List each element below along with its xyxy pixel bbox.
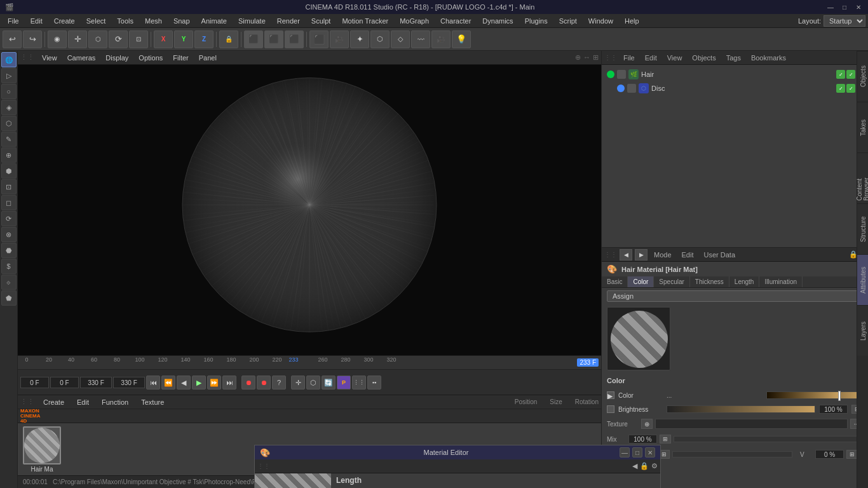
tab-content-browser[interactable]: Content Browser: [857, 152, 868, 203]
close-btn[interactable]: ✕: [854, 3, 863, 11]
end-frame-input[interactable]: [80, 377, 112, 388]
sidebar-icon-4[interactable]: ⬡: [1, 116, 17, 131]
hair-tag-2[interactable]: ✓: [846, 70, 855, 79]
ipr-btn[interactable]: ⬛: [285, 30, 304, 48]
vp-cameras[interactable]: Cameras: [65, 54, 98, 62]
go-end-btn[interactable]: ⏭: [222, 376, 236, 390]
disc-object-item[interactable]: ⬡ Disc ✓ ✓: [604, 81, 865, 95]
mat-nav-left[interactable]: ◀: [632, 462, 637, 470]
obj-bookmarks-tab[interactable]: Bookmarks: [747, 53, 790, 62]
max-frame-input[interactable]: [113, 377, 145, 388]
mgr-create[interactable]: Create: [39, 398, 68, 407]
menu-plugins[interactable]: Plugins: [520, 16, 553, 26]
tab-takes[interactable]: Takes: [857, 102, 868, 152]
tab-color[interactable]: Color: [628, 276, 654, 287]
mgr-edit[interactable]: Edit: [73, 398, 93, 407]
menu-select[interactable]: Select: [81, 16, 111, 26]
menu-script[interactable]: Script: [554, 16, 582, 26]
powerslider-btn[interactable]: P: [337, 376, 351, 390]
vp-options[interactable]: Options: [136, 54, 165, 62]
sidebar-icon-15[interactable]: ⬟: [1, 290, 17, 306]
obj-objects-tab[interactable]: Objects: [688, 53, 719, 62]
color-slider[interactable]: [766, 391, 864, 399]
sidebar-icon-3[interactable]: ◈: [1, 100, 17, 115]
tab-basic[interactable]: Basic: [602, 276, 628, 287]
sidebar-icon-14[interactable]: ⟐: [1, 274, 17, 290]
menu-mograph[interactable]: MoGraph: [395, 16, 434, 26]
tab-structure[interactable]: Structure: [857, 203, 868, 254]
attr-fwd-btn[interactable]: ▶: [635, 249, 648, 261]
obj-file-tab[interactable]: File: [620, 53, 639, 62]
go-start-btn[interactable]: ⏮: [146, 376, 160, 390]
menu-simulate[interactable]: Simulate: [233, 16, 271, 26]
y-axis-btn[interactable]: Y: [174, 30, 193, 48]
v-input[interactable]: [815, 450, 844, 459]
sidebar-icon-9[interactable]: ◻: [1, 195, 17, 210]
start-frame-input[interactable]: [20, 377, 49, 388]
sidebar-icon-12[interactable]: ⬣: [1, 243, 17, 258]
viewport-star-btn[interactable]: ✦: [350, 30, 369, 48]
mix-input[interactable]: [628, 435, 657, 444]
record-btn[interactable]: ⏺: [241, 376, 255, 390]
mat-editor-close-btn[interactable]: ✕: [645, 447, 655, 458]
render-region-btn[interactable]: ⬛: [244, 30, 263, 48]
menu-window[interactable]: Window: [583, 16, 618, 26]
scale-tool-btn[interactable]: ⬡: [88, 30, 107, 48]
vp-ctrl-2[interactable]: ↔: [583, 53, 590, 62]
disc-vis-btn[interactable]: [617, 85, 625, 92]
brightness-slider[interactable]: [667, 405, 815, 413]
attr-mode-tab[interactable]: Mode: [650, 250, 675, 259]
texture-add-btn[interactable]: ⊕: [641, 419, 653, 429]
hair-vis-btn[interactable]: [607, 71, 614, 78]
layout-dropdown[interactable]: Startup: [824, 15, 865, 27]
menu-file[interactable]: File: [3, 16, 24, 26]
minimize-btn[interactable]: —: [826, 3, 835, 11]
viewport-deform-btn[interactable]: ◇: [391, 30, 410, 48]
menu-snap[interactable]: Snap: [168, 16, 195, 26]
viewport-cube-btn[interactable]: ⬛: [309, 30, 329, 48]
step-back-btn[interactable]: ⏪: [161, 376, 175, 390]
x-axis-btn[interactable]: X: [154, 30, 173, 48]
move-key-btn[interactable]: ✛: [291, 376, 305, 390]
auto-key-btn[interactable]: ⏺: [257, 376, 271, 390]
tab-layers[interactable]: Layers: [857, 305, 868, 356]
mat-lock-icon[interactable]: 🔒: [640, 462, 649, 470]
vp-ctrl-1[interactable]: ⊕: [575, 53, 581, 62]
sidebar-icon-10[interactable]: ⟳: [1, 211, 17, 226]
mix-slider[interactable]: [674, 436, 863, 442]
attr-back-btn[interactable]: ◀: [620, 249, 632, 261]
undo-btn[interactable]: ↩: [3, 30, 22, 48]
fcurve-btn[interactable]: ⋮⋮: [352, 376, 366, 390]
move-tool-btn[interactable]: ✛: [68, 30, 87, 48]
help-btn[interactable]: ?: [272, 376, 286, 390]
menu-sculpt[interactable]: Sculpt: [306, 16, 336, 26]
loop-btn[interactable]: 🔄: [322, 376, 336, 390]
vp-display[interactable]: Display: [103, 54, 131, 62]
play-back-btn[interactable]: ◀: [177, 376, 191, 390]
brightness-checkbox[interactable]: [607, 405, 614, 413]
sidebar-icon-1[interactable]: ▷: [1, 68, 17, 83]
attr-edit-tab[interactable]: Edit: [678, 250, 698, 259]
sidebar-icon-11[interactable]: ⊗: [1, 227, 17, 242]
play-btn[interactable]: ▶: [192, 376, 206, 390]
menu-character[interactable]: Character: [435, 16, 476, 26]
tab-specular[interactable]: Specular: [654, 276, 689, 287]
menu-render[interactable]: Render: [272, 16, 305, 26]
hair-material-thumb-container[interactable]: Hair Ma: [23, 426, 61, 473]
sidebar-icon-8[interactable]: ⊡: [1, 179, 17, 194]
menu-edit[interactable]: Edit: [25, 16, 48, 26]
menu-help[interactable]: Help: [620, 16, 644, 26]
assign-button[interactable]: Assign: [607, 290, 863, 302]
hair-object-item[interactable]: 🌿 Hair ✓ ✓: [604, 67, 865, 81]
mgr-function[interactable]: Function: [98, 398, 132, 407]
snap-key-btn[interactable]: ⬡: [306, 376, 320, 390]
vp-filter[interactable]: Filter: [170, 54, 191, 62]
sidebar-icon-5[interactable]: ✎: [1, 132, 17, 147]
menu-mesh[interactable]: Mesh: [140, 16, 167, 26]
vp-view[interactable]: View: [39, 54, 60, 62]
sidebar-icon-globe[interactable]: 🌐: [1, 52, 17, 67]
s-slider[interactable]: [672, 451, 792, 458]
rotate-tool-btn[interactable]: ⟳: [109, 30, 128, 48]
disc-tag-1[interactable]: ✓: [836, 84, 845, 93]
step-fwd-btn[interactable]: ⏩: [207, 376, 221, 390]
